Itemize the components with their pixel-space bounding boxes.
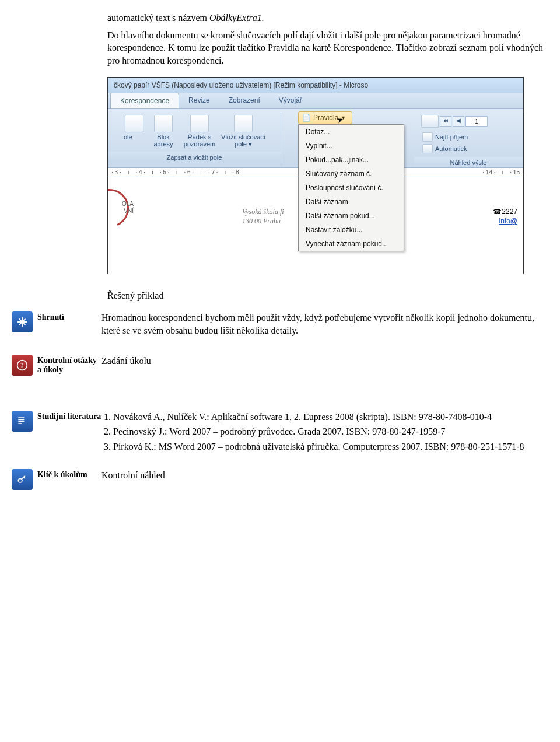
tab-revize[interactable]: Revize — [179, 93, 219, 108]
group-label-zapsat: Zapsat a vložit pole — [108, 152, 281, 162]
literature-item-3: Pírková K.: MS Word 2007 – podrobná uživ… — [113, 440, 548, 453]
nav-first-button[interactable]: ⏮ — [440, 116, 452, 127]
menu-vynechat-zaznam[interactable]: Vynechat záznam pokud... — [299, 237, 404, 251]
summary-label: Shrnutí — [37, 312, 102, 322]
menu-nastavit-zalozku[interactable]: Nastavit záložku... — [299, 223, 404, 237]
literature-icon — [12, 411, 33, 432]
nav-prev-button[interactable]: ◀ — [453, 116, 464, 127]
literature-body: Nováková A., Nulíček V.: Aplikační softw… — [102, 411, 548, 456]
intro-p1-pre: automatický text s názvem — [107, 13, 209, 23]
ribbon-area: ole Blok adresy Řádek s pozdravem Vložit… — [108, 109, 523, 167]
literature-item-1: Nováková A., Nulíček V.: Aplikační softw… — [113, 411, 548, 424]
word-ribbon-screenshot: čkový papír VŠFS (Naposledy uloženo uživ… — [107, 77, 524, 274]
key-icon — [12, 469, 33, 490]
ribbon-tabs: Korespondence Revize Zobrazení Vývojář — [108, 93, 523, 109]
preview-results-icon[interactable] — [421, 115, 439, 128]
letterhead-text: Vysoká škola fi 130 00 Praha — [242, 208, 284, 226]
nav-record-field[interactable]: 1 — [466, 116, 488, 127]
menu-dalsi-zaznam-pokud[interactable]: Další záznam pokud... — [299, 209, 404, 223]
menu-dotaz[interactable]: Dotaz... — [299, 125, 404, 139]
btn-left-fragment[interactable]: ole — [121, 114, 147, 149]
tab-vyvojar[interactable]: Vývojář — [270, 93, 312, 108]
record-navigator: ⏮ ◀ 1 — [419, 114, 518, 129]
address-block-icon — [154, 115, 173, 132]
literature-item-2: Pecinovský J.: Word 2007 – podrobný prův… — [113, 425, 548, 438]
key-body: Kontrolní náhled — [102, 469, 548, 482]
intro-paragraph-1: automatický text s názvem ObálkyExtra1. — [107, 12, 548, 24]
btn-vlozit-slucovaci[interactable]: Vložit slučovací pole ▾ — [219, 114, 267, 149]
menu-slucovany-zaznam[interactable]: Slučovaný záznam č. — [299, 167, 404, 181]
auto-check-icon — [422, 144, 433, 153]
menu-vyplnit[interactable]: Vyplnit... — [299, 139, 404, 153]
tab-korespondence[interactable]: Korespondence — [110, 93, 179, 108]
letterhead-contact: ☎2227 info@ — [493, 208, 517, 226]
intro-p1-italic: ObálkyExtra1. — [209, 13, 264, 23]
questions-label: Kontrolní otázky a úkoly — [37, 355, 102, 374]
doc-icon — [125, 115, 144, 132]
solved-example-heading: Řešený příklad — [107, 290, 548, 301]
btn-najit-prijem[interactable]: Najít příjem — [422, 132, 514, 142]
find-recipient-icon — [422, 132, 433, 142]
literature-label: Studijní literatura — [37, 411, 102, 421]
btn-blok-adresy[interactable]: Blok adresy — [147, 114, 180, 149]
summary-body: Hromadnou korespondenci bychom měli použ… — [102, 312, 548, 337]
letterhead-email-link[interactable]: info@ — [493, 217, 517, 226]
intro-paragraph-2: Do hlavního dokumentu se kromě slučovací… — [107, 29, 548, 67]
insert-merge-field-icon — [234, 115, 253, 132]
tab-zobrazeni[interactable]: Zobrazení — [219, 93, 270, 108]
window-title: čkový papír VŠFS (Naposledy uloženo uživ… — [108, 78, 523, 93]
key-label: Klíč k úkolům — [37, 469, 102, 480]
svg-text:?: ? — [20, 362, 24, 369]
group-label-nahled: Náhled výsle — [414, 157, 523, 167]
logo-text-fragment: OLA VNÍ — [108, 201, 134, 215]
menu-pokud-pak-jinak[interactable]: Pokud...pak...jinak... — [299, 153, 404, 167]
questions-body: Zadání úkolu — [102, 355, 548, 368]
menu-posloupnost[interactable]: Posloupnost slučování č. — [299, 181, 404, 195]
pravidla-dropdown: Dotaz... Vyplnit... Pokud...pak...jinak.… — [298, 124, 404, 251]
ribbon-group-fields: ole Blok adresy Řádek s pozdravem Vložit… — [108, 113, 281, 167]
summary-icon — [12, 312, 33, 332]
btn-automaticky[interactable]: Automatick — [422, 144, 514, 153]
greeting-line-icon — [190, 115, 209, 132]
ribbon-group-preview: ⏮ ◀ 1 Najít příjem Automatick Náhled výs… — [414, 113, 523, 167]
menu-dalsi-zaznam[interactable]: Další záznam — [299, 195, 404, 209]
svg-point-2 — [18, 479, 22, 483]
btn-radek-pozdravem[interactable]: Řádek s pozdravem — [180, 114, 219, 149]
rules-icon: 📄 — [302, 114, 311, 122]
questions-icon: ? — [12, 355, 33, 376]
